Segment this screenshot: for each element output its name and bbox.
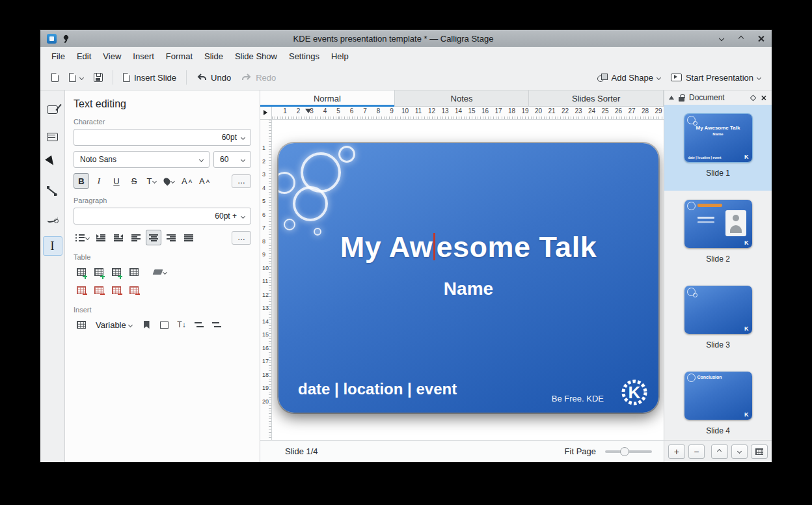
slide-2-thumbnail[interactable]: K bbox=[684, 200, 752, 248]
remove-slide-button[interactable]: − bbox=[688, 444, 705, 459]
edit-shapes-tool-button[interactable] bbox=[43, 100, 62, 119]
zoom-slider-handle[interactable] bbox=[620, 447, 629, 456]
font-family-combo[interactable]: Noto Sans bbox=[74, 151, 210, 168]
slide-3-thumbnail[interactable]: K bbox=[684, 286, 752, 334]
selection-tool-button[interactable] bbox=[43, 154, 62, 174]
align-justify-button[interactable] bbox=[181, 230, 196, 245]
align-right-icon bbox=[167, 234, 176, 241]
menu-item-slide[interactable]: Slide bbox=[198, 48, 229, 64]
split-cells-button[interactable] bbox=[126, 282, 142, 298]
vruler-number: 8 bbox=[262, 238, 265, 245]
open-document-button[interactable] bbox=[64, 69, 88, 86]
character-more-button[interactable]: … bbox=[232, 174, 251, 188]
undo-button[interactable]: Undo bbox=[192, 69, 236, 87]
slide-layout-tool-button[interactable] bbox=[43, 127, 62, 146]
paragraph-more-button[interactable]: … bbox=[232, 231, 251, 245]
menu-item-slide-show[interactable]: Slide Show bbox=[229, 48, 283, 64]
table-border-pen-button[interactable] bbox=[152, 264, 169, 280]
distribute-button[interactable] bbox=[209, 317, 224, 333]
tab-notes[interactable]: Notes bbox=[395, 90, 530, 107]
swap-direction-button[interactable] bbox=[191, 317, 207, 333]
paragraph-style-combo[interactable]: 60pt + bbox=[74, 208, 251, 225]
docker-close-icon[interactable] bbox=[761, 95, 766, 101]
align-left-button[interactable] bbox=[128, 230, 144, 245]
insert-slide-button[interactable]: Insert Slide bbox=[118, 69, 181, 87]
add-slide-button[interactable]: + bbox=[668, 444, 685, 459]
slides-overview-button[interactable] bbox=[751, 444, 768, 459]
slide-1-label: Slide 1 bbox=[706, 169, 730, 178]
insert-column-left-button[interactable] bbox=[109, 264, 124, 280]
zoom-mode-label[interactable]: Fit Page bbox=[565, 446, 596, 456]
decrease-indent-button[interactable] bbox=[111, 230, 126, 245]
insert-row-above-button[interactable] bbox=[74, 264, 89, 280]
menu-item-insert[interactable]: Insert bbox=[127, 48, 160, 64]
slide-footer-textbox[interactable]: date | location | event bbox=[298, 380, 457, 398]
font-size-combo[interactable]: 60 bbox=[213, 151, 251, 168]
delete-column-button[interactable] bbox=[91, 282, 107, 298]
menu-item-file[interactable]: File bbox=[46, 48, 71, 64]
text-tool-button[interactable]: I bbox=[43, 236, 62, 256]
close-button[interactable] bbox=[756, 34, 765, 43]
increase-indent-button[interactable] bbox=[93, 230, 109, 245]
zoom-slider[interactable] bbox=[605, 450, 652, 453]
slide-subtitle-textbox[interactable]: Name bbox=[278, 279, 658, 299]
menu-item-format[interactable]: Format bbox=[160, 48, 198, 64]
delete-row-button[interactable] bbox=[74, 282, 89, 298]
bold-button[interactable]: B bbox=[74, 173, 89, 189]
pin-icon[interactable] bbox=[62, 34, 70, 43]
slide-thumbnail-item-2[interactable]: K Slide 2 bbox=[664, 191, 772, 277]
slide-thumbnail-item-4[interactable]: Conclusion K Slide 4 bbox=[664, 362, 772, 440]
start-presentation-button[interactable]: Start Presentation bbox=[666, 69, 765, 87]
menu-item-view[interactable]: View bbox=[97, 48, 127, 64]
move-slide-up-button[interactable] bbox=[711, 444, 728, 459]
minimize-button[interactable] bbox=[717, 34, 726, 43]
hruler-number: 2 bbox=[297, 107, 301, 115]
add-shape-button[interactable]: Add Shape bbox=[593, 69, 665, 87]
font-family-value: Noto Sans bbox=[80, 155, 195, 164]
italic-button[interactable]: I bbox=[91, 173, 107, 189]
align-right-button[interactable] bbox=[163, 230, 179, 245]
insert-row-below-button[interactable] bbox=[91, 264, 107, 280]
slide-thumbnail-item-3[interactable]: K Slide 3 bbox=[664, 277, 772, 362]
superscript-button[interactable]: AA bbox=[179, 173, 195, 189]
align-center-button[interactable] bbox=[146, 230, 161, 245]
insert-bookmark-button[interactable] bbox=[139, 317, 154, 333]
insert-variable-button[interactable]: Variable bbox=[91, 317, 137, 333]
subscript-button[interactable]: AA bbox=[196, 173, 212, 189]
move-slide-down-button[interactable] bbox=[731, 444, 748, 459]
text-color-button[interactable] bbox=[161, 173, 177, 189]
slide-4-thumbnail[interactable]: Conclusion K bbox=[684, 372, 752, 420]
slide-canvas[interactable]: My Awesome Talk Name date | location | e… bbox=[272, 120, 664, 440]
change-case-button[interactable]: T bbox=[144, 173, 159, 189]
menu-item-help[interactable]: Help bbox=[325, 48, 355, 64]
start-presentation-label: Start Presentation bbox=[686, 73, 753, 83]
menu-item-edit[interactable]: Edit bbox=[71, 48, 97, 64]
lock-icon[interactable] bbox=[679, 97, 684, 102]
connector-tool-button[interactable] bbox=[43, 182, 62, 201]
save-button[interactable] bbox=[89, 69, 107, 86]
redo-button[interactable]: Redo bbox=[237, 69, 280, 87]
strikethrough-button[interactable]: S bbox=[126, 173, 142, 189]
new-document-button[interactable] bbox=[47, 69, 63, 86]
text-direction-button[interactable]: T↓ bbox=[174, 317, 189, 333]
insert-frame-button[interactable] bbox=[156, 317, 172, 333]
delete-column-icon bbox=[94, 286, 103, 294]
slide-1-thumbnail[interactable]: My Awesome Talk Name date | location | e… bbox=[684, 114, 752, 162]
slide-editor[interactable]: My Awesome Talk Name date | location | e… bbox=[278, 143, 658, 413]
underline-button[interactable]: U bbox=[109, 173, 124, 189]
tab-normal[interactable]: Normal bbox=[260, 90, 395, 107]
character-style-combo[interactable]: 60pt bbox=[74, 129, 251, 146]
menu-item-settings[interactable]: Settings bbox=[283, 48, 325, 64]
slide-title-textbox[interactable]: My Awesome Talk bbox=[278, 230, 658, 264]
slide-thumbnail-item-1[interactable]: My Awesome Talk Name date | location | e… bbox=[664, 105, 772, 191]
collapse-icon[interactable] bbox=[669, 93, 674, 100]
merge-cells-button[interactable] bbox=[109, 282, 124, 298]
maximize-button[interactable] bbox=[737, 34, 746, 43]
float-icon[interactable] bbox=[750, 94, 757, 101]
list-style-button[interactable] bbox=[74, 230, 91, 245]
insert-table-grid-button[interactable] bbox=[126, 264, 142, 280]
insert-table-button[interactable] bbox=[74, 317, 89, 333]
tab-slides-sorter[interactable]: Slides Sorter bbox=[529, 90, 664, 107]
freehand-tool-button[interactable] bbox=[43, 209, 62, 228]
insert-column-left-icon bbox=[112, 268, 121, 276]
